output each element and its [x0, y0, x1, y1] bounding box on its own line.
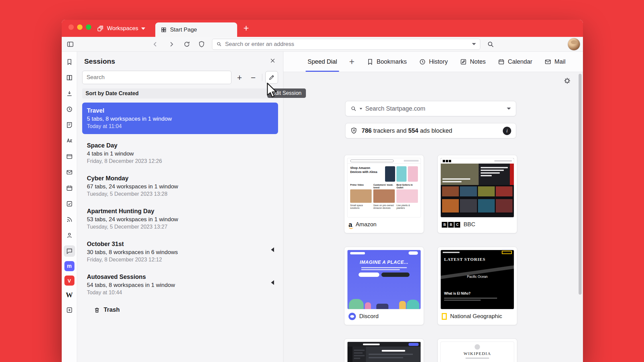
panel-title: Sessions — [84, 57, 115, 65]
speed-dial-grid-icon — [161, 27, 167, 33]
wikipedia-webpanel-button[interactable]: W — [64, 290, 74, 300]
tab-calendar[interactable]: Calendar — [498, 52, 532, 72]
trash-item[interactable]: Trash — [82, 304, 278, 313]
mouse-cursor — [264, 82, 279, 99]
panel-toolbar: + − — [82, 70, 278, 84]
contacts-panel-button[interactable] — [64, 230, 75, 241]
address-dropdown-button[interactable] — [472, 43, 476, 45]
feeds-panel-button[interactable] — [64, 214, 75, 225]
bookmarks-panel-button[interactable] — [64, 56, 75, 68]
calendar-panel-button[interactable] — [64, 182, 75, 194]
close-panel-button[interactable] — [270, 58, 276, 64]
blocked-badge: 786 trackers and 554 ads blocked i — [345, 123, 516, 138]
mail-panel-button[interactable] — [64, 167, 75, 178]
dial-label: BBC — [464, 221, 475, 228]
mail-icon — [544, 58, 551, 65]
sessions-panel-button[interactable] — [64, 245, 75, 257]
workspaces-button[interactable]: Workspaces — [97, 20, 145, 37]
address-bar[interactable]: Search or enter an address — [212, 39, 480, 50]
dial-national-geographic[interactable]: LATEST STORIES Pacific Ocean What is El … — [437, 247, 517, 325]
address-toolbar: Search or enter an address — [62, 37, 583, 52]
dial-partial-discord-app[interactable] — [344, 339, 424, 362]
reading-list-panel-button[interactable] — [64, 72, 75, 83]
back-button[interactable] — [152, 41, 159, 48]
collapse-arrow-icon[interactable] — [271, 280, 274, 285]
dial-discord[interactable]: IMAGINE A PLACE... Discord — [344, 247, 424, 325]
clock-icon — [419, 58, 426, 65]
shield-icon[interactable] — [198, 41, 205, 48]
session-item-apartment-hunting[interactable]: Apartment Hunting Day 53 tabs, 24 worksp… — [82, 205, 278, 233]
session-item-october-31st[interactable]: October 31st 30 tabs, 8 workspaces in 6 … — [82, 238, 278, 265]
session-search-input[interactable] — [82, 71, 231, 84]
window-panel-button[interactable] — [64, 151, 75, 162]
search-icon — [351, 106, 357, 112]
startpage-search[interactable]: Search Startpage.com — [345, 101, 516, 116]
add-session-button[interactable]: + — [234, 72, 245, 83]
session-list: Travel 5 tabs, 8 workspaces in 1 window … — [82, 103, 278, 313]
collapse-arrow-icon[interactable] — [271, 247, 274, 252]
search-button[interactable] — [487, 41, 494, 48]
vivaldi-webpanel-button[interactable]: V — [64, 276, 74, 286]
bbc-thumbnail — [440, 158, 514, 218]
close-button[interactable] — [68, 24, 74, 30]
reload-button[interactable] — [183, 41, 191, 48]
search-icon — [216, 42, 222, 47]
trash-icon — [94, 307, 100, 313]
natgeo-logo-icon — [442, 313, 447, 320]
zoom-button[interactable] — [86, 24, 91, 30]
dial-amazon[interactable]: Shop Amazon Devices with Alexa Prime Vid… — [344, 155, 424, 233]
startpage-nav: Speed Dial + Bookmarks History Notes — [283, 52, 583, 72]
wikipedia-thumbnail: WIKIPEDIA — [440, 342, 514, 362]
info-button[interactable]: i — [503, 127, 511, 135]
dial-partial-wikipedia[interactable]: WIKIPEDIA — [437, 339, 517, 362]
session-item-autosaved[interactable]: Autosaved Sessions 54 tabs, 8 workspaces… — [82, 271, 278, 298]
chevron-down-icon[interactable] — [507, 108, 511, 110]
minimize-button[interactable] — [77, 24, 83, 30]
session-item-travel[interactable]: Travel 5 tabs, 8 workspaces in 1 window … — [82, 103, 278, 134]
search-engine-dropdown-icon — [360, 108, 362, 110]
session-item-space-day[interactable]: Space Day 4 tabs in 1 window Friday, 8 D… — [82, 139, 278, 167]
discord-logo-icon — [348, 313, 356, 320]
profile-avatar[interactable] — [568, 38, 580, 51]
bbc-logo-icon: BBC — [442, 222, 460, 228]
panel-icon-strip: m V W — [62, 52, 77, 362]
sort-dropdown[interactable]: Sort by Date Created — [82, 88, 278, 99]
trash-label: Trash — [104, 306, 120, 313]
notes-panel-button[interactable] — [64, 119, 75, 131]
workspaces-label: Workspaces — [107, 25, 138, 32]
browser-window: Workspaces Start Page + — [62, 20, 583, 362]
blocked-text: 786 trackers and 554 ads blocked — [362, 127, 452, 134]
new-tab-button[interactable]: + — [240, 22, 252, 34]
dial-label: National Geographic — [450, 313, 502, 320]
tab-history[interactable]: History — [419, 52, 448, 72]
tasks-panel-button[interactable] — [64, 198, 75, 209]
session-item-cyber-monday[interactable]: Cyber Monday 67 tabs, 24 workspaces in 1… — [82, 172, 278, 200]
bookmark-icon — [367, 58, 374, 65]
tab-bookmarks[interactable]: Bookmarks — [367, 52, 407, 72]
translate-panel-button[interactable] — [64, 135, 75, 146]
tab-notes[interactable]: Notes — [460, 52, 486, 72]
panel-toggle-button[interactable] — [66, 40, 74, 48]
sessions-panel: Sessions + − Sort by Date Created Travel… — [77, 52, 283, 362]
tab-start-page[interactable]: Start Page — [155, 22, 237, 37]
history-panel-button[interactable] — [64, 104, 75, 115]
mastodon-webpanel-button[interactable]: m — [64, 261, 74, 271]
dial-grid: Shop Amazon Devices with Alexa Prime Vid… — [344, 155, 517, 362]
scrollbar-thumb[interactable] — [579, 74, 582, 295]
new-dial-group-button[interactable]: + — [349, 52, 355, 72]
tab-label: Start Page — [170, 26, 197, 33]
note-pencil-icon — [460, 58, 467, 65]
natgeo-thumbnail: LATEST STORIES Pacific Ocean What is El … — [440, 250, 514, 309]
tab-mail[interactable]: Mail — [544, 52, 566, 72]
amazon-thumbnail: Shop Amazon Devices with Alexa Prime Vid… — [347, 158, 421, 218]
downloads-panel-button[interactable] — [64, 88, 75, 99]
start-page: Speed Dial + Bookmarks History Notes — [283, 52, 583, 362]
remove-session-button[interactable]: − — [248, 72, 259, 83]
tab-speed-dial[interactable]: Speed Dial — [308, 52, 337, 72]
forward-button[interactable] — [168, 41, 175, 48]
tab-bar: Workspaces Start Page + — [62, 20, 583, 37]
dial-bbc[interactable]: BBC BBC — [437, 155, 517, 233]
settings-gear-button[interactable] — [563, 76, 572, 85]
discord-thumbnail: IMAGINE A PLACE... — [347, 250, 421, 309]
add-webpanel-button[interactable] — [64, 304, 75, 316]
